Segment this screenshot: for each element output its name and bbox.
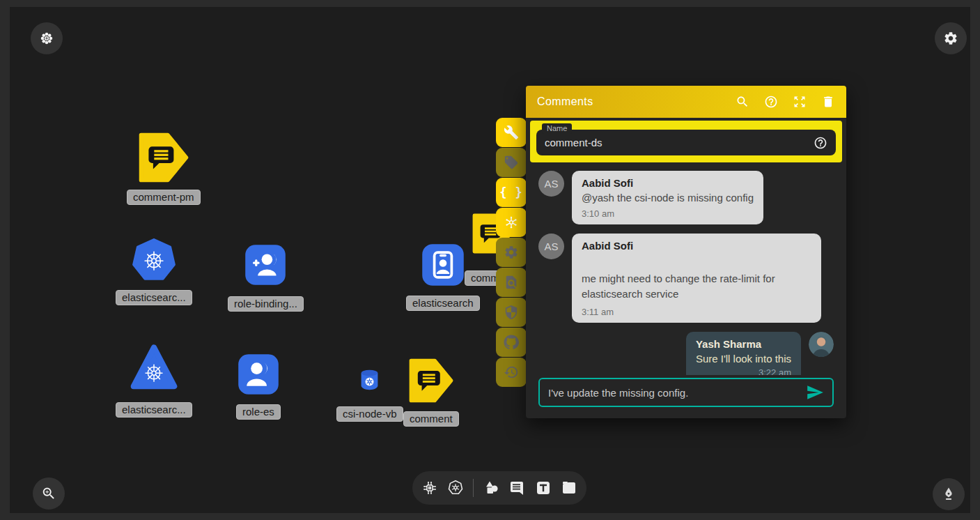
comments-thread[interactable]: AS Aabid Sofi @yash the csi-node is miss… xyxy=(526,165,846,375)
shapes-icon[interactable] xyxy=(483,480,500,496)
field-help-icon[interactable] xyxy=(814,136,827,150)
node-elasticsearch-triangle[interactable]: elasticsearc... xyxy=(116,344,192,418)
user-photo-icon xyxy=(809,332,834,357)
kubernetes-heptagon-icon xyxy=(132,238,176,282)
tag-icon xyxy=(504,155,519,170)
hub-icon xyxy=(504,215,519,230)
zoom-button[interactable] xyxy=(33,477,65,510)
node-label: role-binding... xyxy=(228,296,304,312)
app-flower-icon xyxy=(39,31,54,46)
pen-nib-icon xyxy=(941,487,956,502)
text-tool-icon[interactable] xyxy=(535,480,552,496)
shield-icon xyxy=(504,305,519,320)
user-icon xyxy=(238,353,279,395)
comment-pentagon-icon xyxy=(139,132,189,183)
id-badge-icon xyxy=(421,243,465,286)
doc-search-tool-button[interactable] xyxy=(496,268,527,297)
node-role-binding[interactable]: role-binding... xyxy=(228,244,304,312)
json-tool-button[interactable]: { } xyxy=(496,178,527,207)
node-label: csi-node-vb xyxy=(336,406,403,422)
doc-search-icon xyxy=(504,275,519,290)
search-icon[interactable] xyxy=(736,95,749,109)
node-label: elasticsearch xyxy=(406,296,480,311)
gear-icon xyxy=(504,245,519,260)
message-time: 3:10 am xyxy=(582,208,754,219)
pen-tool-button[interactable] xyxy=(933,478,965,510)
node-label: role-es xyxy=(236,404,281,420)
history-tool-button[interactable] xyxy=(496,358,527,387)
user-plus-icon xyxy=(244,244,286,286)
message-text: @yash the csi-node is missing config xyxy=(582,192,754,204)
shape-dock-toolbar xyxy=(412,471,586,505)
name-field-highlight: Name xyxy=(530,121,842,162)
message-bubble: Aabid Sofi me might need to change the r… xyxy=(572,234,821,323)
message-text: Sure I'll look into this xyxy=(696,353,791,365)
node-label: comment-pm xyxy=(127,190,201,205)
history-icon xyxy=(504,365,519,380)
message-bubble: Yash Sharma Sure I'll look into this 3:2… xyxy=(686,332,801,376)
kubernetes-triangle-icon xyxy=(130,344,178,391)
comment-pentagon-icon xyxy=(409,358,453,403)
comment-input[interactable] xyxy=(538,378,834,407)
app-menu-button[interactable] xyxy=(31,22,63,54)
trash-icon[interactable] xyxy=(821,95,835,109)
node-role-es[interactable]: role-es xyxy=(236,353,281,420)
comments-panel-header[interactable]: Comments xyxy=(526,86,846,118)
zoom-in-icon xyxy=(41,486,56,501)
settings-gear-icon xyxy=(943,31,958,46)
message-time: 3:22 am xyxy=(696,367,791,376)
message-author: Aabid Sofi xyxy=(582,177,754,189)
node-comment[interactable]: comment xyxy=(403,358,459,427)
panel-title: Comments xyxy=(537,95,593,108)
node-elasticsearch-heptagon[interactable]: elasticsearc... xyxy=(116,238,192,305)
node-label: elasticsearc... xyxy=(116,402,192,418)
circuit-icon[interactable] xyxy=(421,480,438,496)
node-action-toolbar: { } xyxy=(496,118,527,387)
toolbar-divider xyxy=(473,479,474,497)
avatar-photo xyxy=(809,332,834,357)
comment-message: Yash Sharma Sure I'll look into this 3:2… xyxy=(538,332,834,376)
message-time: 3:11 am xyxy=(582,307,811,317)
braces-icon: { } xyxy=(499,185,523,199)
message-author: Aabid Sofi xyxy=(582,240,811,252)
expand-icon[interactable] xyxy=(793,95,807,109)
storage-cylinder-icon xyxy=(357,368,382,392)
settings-tool-button[interactable] xyxy=(496,238,527,267)
settings-button[interactable] xyxy=(935,22,967,54)
github-icon xyxy=(504,335,519,350)
avatar: AS xyxy=(538,234,564,259)
github-tool-button[interactable] xyxy=(496,328,527,357)
security-tool-button[interactable] xyxy=(496,298,527,327)
message-author: Yash Sharma xyxy=(696,338,791,350)
node-label: comment xyxy=(403,411,459,427)
send-icon[interactable] xyxy=(806,383,824,402)
node-comment-pm[interactable]: comment-pm xyxy=(127,132,201,205)
comment-input-field[interactable] xyxy=(548,387,806,399)
name-input[interactable] xyxy=(545,137,814,148)
hub-tool-button[interactable] xyxy=(496,208,527,237)
comment-tool-icon[interactable] xyxy=(509,480,526,496)
comment-message: AS Aabid Sofi me might need to change th… xyxy=(538,234,834,323)
note-tool-icon[interactable] xyxy=(561,480,577,496)
message-text: me might need to change the rate-limit f… xyxy=(582,271,811,302)
comments-panel: Comments Name AS Aabid Sofi @yash the cs… xyxy=(526,86,846,418)
help-icon[interactable] xyxy=(764,95,778,109)
tag-tool-button[interactable] xyxy=(496,148,527,177)
message-bubble: Aabid Sofi @yash the csi-node is missing… xyxy=(572,171,763,224)
design-canvas[interactable]: comment-pm elasticsearc... role-binding.… xyxy=(10,7,970,513)
comment-message: AS Aabid Sofi @yash the csi-node is miss… xyxy=(538,171,834,224)
configure-tool-button[interactable] xyxy=(496,118,527,147)
name-field[interactable]: Name xyxy=(536,130,836,155)
node-csi-node-vb[interactable]: csi-node-vb xyxy=(336,368,403,422)
wrench-icon xyxy=(504,125,519,140)
name-field-label: Name xyxy=(542,123,572,134)
kubernetes-logo-icon[interactable] xyxy=(447,480,464,496)
avatar: AS xyxy=(538,171,564,197)
node-label: elasticsearc... xyxy=(116,290,192,305)
